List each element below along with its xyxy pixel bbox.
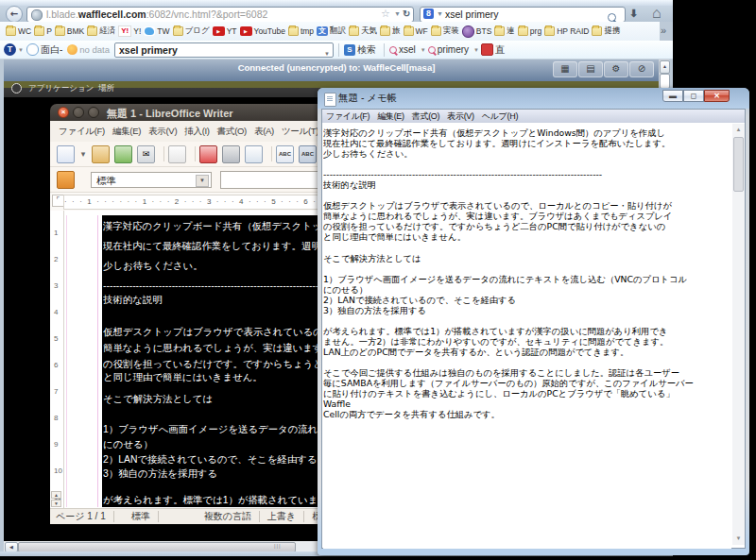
next-page-icon[interactable]: ▼ [51,500,61,507]
bookmark-item[interactable]: BMK [55,26,84,36]
bookmark-item[interactable]: HP RAID [544,26,589,36]
spellcheck-icon[interactable]: ABC [276,145,294,163]
scroll-up-icon[interactable]: ▲ [660,60,670,74]
notepad-menu-1[interactable]: 編集(E) [377,110,404,123]
cry-icon[interactable] [67,44,77,55]
style-combo-dropdown-icon[interactable]: ▼ [196,175,209,187]
bookmark-item[interactable]: tmp [288,26,314,36]
autospell-icon[interactable]: ABC [299,145,317,163]
home-icon[interactable]: ⌂ [652,5,662,22]
gnome-logo-icon[interactable] [11,83,22,93]
libreoffice-menu-0[interactable]: ファイル(F) [59,126,105,138]
notepad-text-area[interactable]: 漢字対応のクリップボード共有（仮想デスクトップとWindows間）のアプリを作成… [323,124,731,549]
gnome-menu-applications[interactable]: アプリケーション [28,83,94,94]
gnome-menu-places[interactable]: 場所 [98,83,114,94]
bookmark-item[interactable]: 文翻訳 [317,25,346,37]
status-item-0[interactable]: ページ 1 / 1 [56,510,106,523]
xsel-dropdown-icon[interactable]: ▼ [421,47,426,53]
libreoffice-menu-2[interactable]: 表示(V) [148,126,177,138]
bookmark-item[interactable]: TW [144,26,169,36]
notepad-close-button[interactable]: ✕ [704,90,730,102]
libreoffice-menu-4[interactable]: 書式(O) [217,126,247,138]
notepad-scroll-down-icon[interactable]: ▼ [732,533,745,545]
primery-dropdown-icon[interactable]: ▼ [473,47,479,53]
paragraph-style-combo[interactable]: 標準▼ [91,172,212,188]
bookmark-item[interactable]: 経済 [87,25,115,37]
search-button[interactable]: 検索 [357,43,376,57]
url-dropdown-icon[interactable]: ▼ [394,10,401,17]
notepad-menu-2[interactable]: 書式(O) [412,110,440,123]
notepad-maximize-button[interactable]: ◻ [683,90,704,102]
vnc-disconnect-icon[interactable]: ⊘ [629,61,654,77]
search-button-icon[interactable]: S [344,44,355,56]
notepad-scrollbar[interactable]: ▲ ▼ [732,124,745,545]
back-button[interactable]: ← [6,6,23,23]
nao-button[interactable]: 直 [495,43,505,57]
primery-search-icon[interactable] [428,46,436,54]
libreoffice-minimize-button[interactable] [73,107,84,118]
notepad-scroll-thumb[interactable] [733,137,744,192]
smiley-icon[interactable] [26,43,39,56]
notepad-scroll-up-icon[interactable]: ▲ [732,124,745,136]
libreoffice-maximize-button[interactable] [88,107,99,118]
xsel-search-icon[interactable] [389,46,397,54]
t-logo-dropdown-icon[interactable]: ▼ [18,47,24,53]
addon-search-dropdown-icon[interactable]: ▼ [324,47,330,60]
libreoffice-menu-6[interactable]: ツール(T) [282,126,318,138]
reload-icon[interactable]: ↻ [403,8,410,19]
styles-icon[interactable] [57,171,75,189]
search-engine-dropdown-icon[interactable]: ▼ [437,10,443,17]
bookmark-item[interactable]: Y!Y! [118,25,141,37]
primery-search-button[interactable]: primery [438,44,469,55]
t-logo-icon[interactable]: T [4,43,16,56]
bookmark-item[interactable]: prg [518,26,541,36]
print-icon[interactable] [222,145,240,163]
vnc-extra-keys-icon[interactable]: ▦ [553,61,577,77]
bookmark-item[interactable]: WF [404,26,428,36]
new-dropdown-icon[interactable]: ▾ [79,146,87,162]
addon-search-input[interactable]: xsel primery▼ [114,42,334,58]
bookmark-item[interactable]: ブログ [173,25,210,37]
font-name-combo[interactable] [220,171,328,189]
libreoffice-close-button[interactable]: × [58,107,69,118]
bookmark-item[interactable]: P [34,26,52,36]
notepad-menu-0[interactable]: ファイル(F) [326,110,369,123]
status-item-2[interactable]: 複数の言語 [204,510,251,523]
save-icon[interactable] [114,145,132,163]
pdf-icon[interactable] [199,145,217,163]
bookmark-item[interactable]: WC [6,26,31,36]
bookmarks-overflow-chevron[interactable]: » [661,25,666,36]
bookmark-item[interactable]: 旅 [380,25,401,37]
status-item-1[interactable]: 標準 [131,510,150,523]
notepad-menu-4[interactable]: ヘルプ(H) [482,110,518,123]
edit-file-icon[interactable] [168,145,186,163]
omoshiro-menu[interactable]: 面白- [41,43,62,57]
bookmark-item[interactable]: 提携 [592,25,620,37]
libreoffice-menu-3[interactable]: 挿入(I) [184,126,209,138]
email-icon[interactable]: ✉ [137,145,155,163]
open-icon[interactable] [92,145,110,163]
bookmark-item[interactable]: BTS [462,25,492,38]
vertical-scroll-thumb[interactable] [660,74,670,89]
search-engine-icon[interactable]: 8 [423,8,434,19]
bookmark-item[interactable]: 実装 [431,25,459,37]
nao-icon[interactable] [481,43,493,56]
xsel-search-button[interactable]: xsel [399,44,416,55]
notepad-minimize-button[interactable]: ▬ [662,90,683,102]
libreoffice-menu-1[interactable]: 編集(E) [112,126,141,138]
vnc-settings-gear-icon[interactable]: ⚙ [604,61,628,77]
preview-icon[interactable] [245,145,263,163]
libreoffice-menu-5[interactable]: 表(A) [254,126,274,138]
status-item-3[interactable]: 上書き [267,510,296,523]
download-icon[interactable]: ⬇ [629,8,638,20]
new-document-icon[interactable] [57,145,75,163]
bookmark-item[interactable]: ▶YT [213,26,237,36]
vnc-clipboard-icon[interactable]: ▤ [578,61,603,77]
bookmark-star-icon[interactable]: ☆ [381,8,390,20]
bookmark-item[interactable]: ▶YouTube [240,26,285,36]
notepad-line: が考えられます。標準では1）が搭載されていますが漢字の扱いに問題があり利用でき [323,326,731,336]
bookmark-item[interactable]: 天気 [349,25,377,37]
notepad-menu-3[interactable]: 表示(V) [447,110,474,123]
prev-page-icon[interactable]: ▲ [51,491,61,499]
bookmark-item[interactable]: 連 [494,25,515,37]
